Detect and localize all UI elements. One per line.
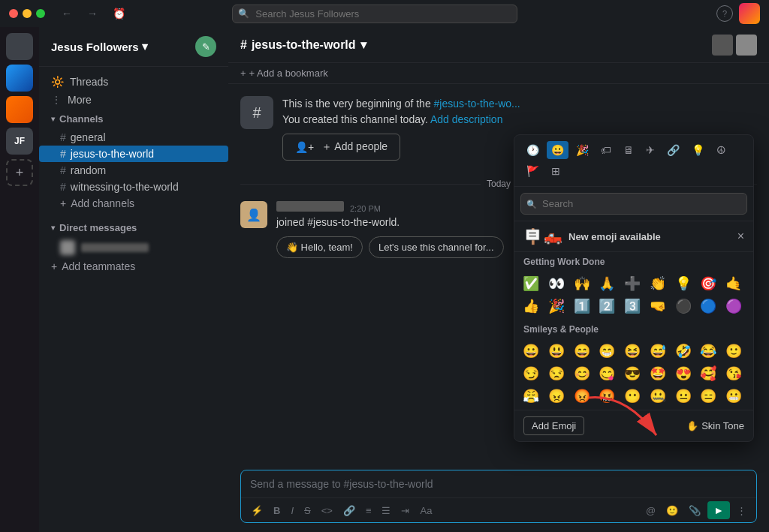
workspace-icon-current[interactable]: JF [6,128,33,155]
emoji-two[interactable]: 2️⃣ [596,296,617,317]
history-button[interactable]: ⏰ [108,6,130,21]
emoji-blush[interactable]: 😊 [571,363,593,384]
ordered-list-button[interactable]: ≡ [362,502,375,519]
emoji-heart-eyes[interactable]: 😍 [673,363,694,384]
emoji-button[interactable]: 🙂 [662,502,682,519]
close-dot[interactable] [9,9,18,18]
dm-section[interactable]: ▾ Direct messages [39,218,228,238]
emoji-angry[interactable]: 😠 [546,386,567,407]
strikethrough-button[interactable]: S [300,502,315,519]
send-button[interactable]: ► [707,501,730,519]
emoji-sweat[interactable]: 😅 [647,341,668,362]
emoji-call[interactable]: 🤙 [723,273,744,294]
emoji-target[interactable]: 🎯 [698,273,719,294]
italic-button[interactable]: I [287,502,297,519]
emoji-kissing-heart[interactable]: 😘 [723,363,744,384]
attach-button[interactable]: 📎 [685,502,704,519]
emoji-pouting[interactable]: 😡 [571,386,593,407]
emoji-laugh[interactable]: 😆 [622,341,643,362]
add-workspace-button[interactable]: + [6,159,33,186]
emoji-tab-light[interactable]: 💡 [687,141,709,159]
emoji-fist[interactable]: 🤜 [647,296,668,317]
emoji-purple-square[interactable]: 🟣 [723,296,744,317]
code-button[interactable]: <> [318,502,336,519]
emoji-one[interactable]: 1️⃣ [571,296,593,317]
emoji-tab-flag[interactable]: 🚩 [522,162,544,180]
workspace-name[interactable]: Jesus Followers ▾ [51,40,148,53]
emoji-rofl[interactable]: 🤣 [673,341,694,362]
emoji-raised-hands[interactable]: 🙌 [571,273,593,294]
bold-button[interactable]: B [270,502,284,519]
emoji-starstruck[interactable]: 🤩 [647,363,668,384]
quick-reply-2[interactable]: Let's use this channel for... [369,236,504,258]
add-bookmark-button[interactable]: + + Add a bookmark [240,68,328,79]
indent-button[interactable]: ⇥ [397,502,413,519]
maximize-dot[interactable] [36,9,45,18]
emoji-tab-link[interactable]: 🔗 [662,141,684,159]
emoji-blue-circle[interactable]: 🔵 [698,296,719,317]
channel-item-general[interactable]: # general [39,129,228,146]
workspace-icon-2[interactable] [6,65,33,92]
banner-close-button[interactable]: × [737,230,744,243]
emoji-tab-celebration[interactable]: 🎉 [571,141,593,159]
minimize-dot[interactable] [23,9,32,18]
user-avatar[interactable] [739,3,760,24]
emoji-pray[interactable]: 🙏 [596,273,617,294]
workspace-icon-1[interactable] [6,33,33,60]
emoji-search-input[interactable] [520,193,747,215]
emoji-thumbsup[interactable]: 👍 [520,296,541,317]
emoji-yum[interactable]: 😋 [596,363,617,384]
emoji-tab-travel[interactable]: ✈ [641,141,659,159]
add-emoji-button[interactable]: Add Emoji [523,416,584,435]
add-people-button[interactable]: 👤+ ＋ Add people [282,134,400,161]
skin-tone-button[interactable]: ✋ Skin Tone [686,420,744,431]
emoji-beam[interactable]: 😁 [596,341,617,362]
emoji-smirk[interactable]: 😏 [520,363,541,384]
emoji-party[interactable]: 🎉 [546,296,567,317]
emoji-joy[interactable]: 😂 [698,341,719,362]
lightning-button[interactable]: ⚡ [247,502,267,519]
emoji-bulb[interactable]: 💡 [673,273,694,294]
back-button[interactable]: ← [57,6,77,21]
emoji-smiling-hearts[interactable]: 🥰 [698,363,719,384]
workspace-icon-3[interactable] [6,96,33,123]
emoji-grimace[interactable]: 😬 [723,386,744,407]
channel-item-witnessing[interactable]: # witnessing-to-the-world [39,179,228,195]
emoji-zipper[interactable]: 🤐 [647,386,668,407]
emoji-tab-recent[interactable]: 🕐 [522,141,544,159]
emoji-expressionless[interactable]: 😑 [698,386,719,407]
channel-link[interactable]: #jesus-to-the-wo... [434,98,520,110]
emoji-no-mouth[interactable]: 😶 [622,386,643,407]
add-description-link[interactable]: Add description [430,113,503,125]
sidebar-item-threads[interactable]: 🔆 Threads [39,73,228,91]
add-channels-button[interactable]: + Add channels [39,195,228,212]
quick-reply-1[interactable]: 👋 Hello, team! [276,236,363,258]
mention-button[interactable]: @ [642,502,659,519]
emoji-tab-apps[interactable]: ⊞ [547,162,565,180]
emoji-black-circle[interactable]: ⚫ [673,296,694,317]
channel-title[interactable]: # jesus-to-the-world ▾ [240,38,366,52]
emoji-three[interactable]: 3️⃣ [622,296,643,317]
emoji-check[interactable]: ✅ [520,273,541,294]
emoji-smile[interactable]: 😄 [571,341,593,362]
more-options-button[interactable]: ⋮ [733,502,750,519]
compose-button[interactable]: ✎ [195,36,216,57]
channels-section[interactable]: ▾ Channels [39,109,228,129]
emoji-clap[interactable]: 👏 [647,273,668,294]
emoji-tab-smileys[interactable]: 😀 [547,141,568,159]
dm-item-1[interactable] [39,238,228,257]
emoji-tab-desktop[interactable]: 🖥 [619,141,638,159]
emoji-unamused[interactable]: 😒 [546,363,567,384]
emoji-eyes[interactable]: 👀 [546,273,567,294]
search-input[interactable] [232,5,517,23]
channel-item-random[interactable]: # random [39,162,228,179]
link-button[interactable]: 🔗 [339,502,359,519]
emoji-plus[interactable]: ➕ [622,273,643,294]
emoji-sunglasses[interactable]: 😎 [622,363,643,384]
add-teammates-button[interactable]: + Add teammates [39,257,228,275]
emoji-neutral[interactable]: 😐 [673,386,694,407]
emoji-smiley[interactable]: 😃 [546,341,567,362]
emoji-tab-peace[interactable]: ☮ [712,141,731,159]
message-input[interactable] [241,470,756,497]
forward-button[interactable]: → [83,6,102,21]
